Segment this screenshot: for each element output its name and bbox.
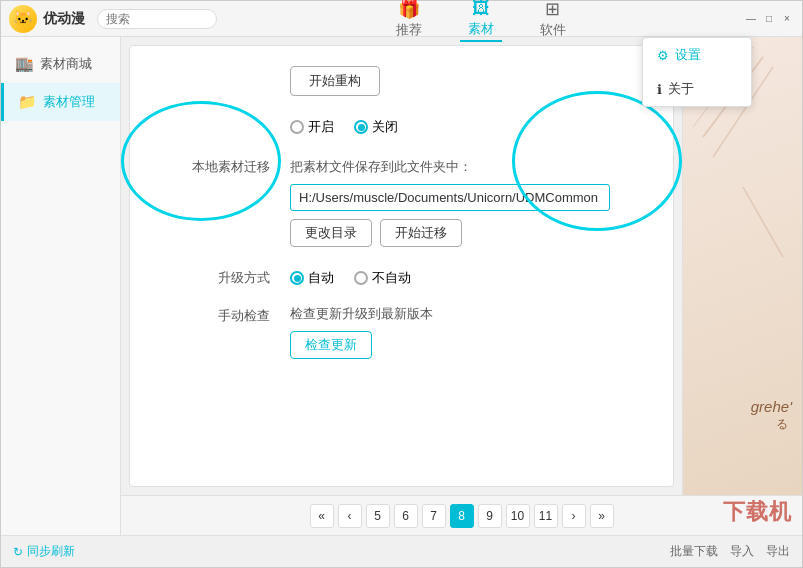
settings-dropdown: ⚙ 设置 ℹ 关于 — [642, 37, 752, 107]
shangcheng-icon: 🏬 — [15, 55, 34, 73]
radio-auto[interactable]: 自动 — [290, 269, 334, 287]
manual-content: 检查更新升级到最新版本 检查更新 — [290, 305, 643, 359]
app-window: 🐱 优动漫 🎁 推荐 🖼 素材 ⊞ 软件 — □ × ⚙ 设置 — [0, 0, 803, 568]
content-area: 开始重构 开启 关闭 — [121, 37, 802, 535]
nav-ruanjian[interactable]: ⊞ 软件 — [532, 0, 574, 42]
migration-content: 把素材文件保存到此文件夹中： 更改目录 开始迁移 — [290, 158, 643, 247]
guanyu-label: 关于 — [668, 80, 694, 98]
radio-row: 开启 关闭 — [160, 118, 643, 136]
tuijian-icon: 🎁 — [398, 0, 420, 20]
migration-header: 本地素材迁移 把素材文件保存到此文件夹中： 更改目录 开始迁移 — [160, 158, 643, 247]
app-title: 优动漫 — [43, 10, 85, 28]
manual-check-section: 手动检查 检查更新升级到最新版本 检查更新 — [160, 305, 643, 359]
app-logo: 🐱 — [9, 5, 37, 33]
main-layout: 🏬 素材商城 📁 素材管理 开始重构 — [1, 37, 802, 535]
sidebar: 🏬 素材商城 📁 素材管理 — [1, 37, 121, 535]
nav-tuijian-label: 推荐 — [396, 21, 422, 39]
start-migrate-button[interactable]: 开始迁移 — [380, 219, 462, 247]
manual-desc: 检查更新升级到最新版本 — [290, 305, 643, 323]
radio-on[interactable]: 开启 — [290, 118, 334, 136]
window-controls: — □ × — [744, 12, 794, 26]
radio-no-auto[interactable]: 不自动 — [354, 269, 411, 287]
manual-label: 手动检查 — [160, 305, 270, 325]
radio-off[interactable]: 关闭 — [354, 118, 398, 136]
page-prev-btn[interactable]: ‹ — [338, 504, 362, 528]
nav-tuijian[interactable]: 🎁 推荐 — [388, 0, 430, 42]
dropdown-guanyu[interactable]: ℹ 关于 — [643, 72, 751, 106]
svg-line-3 — [743, 187, 783, 257]
sidebar-item-sucai-shangcheng[interactable]: 🏬 素材商城 — [1, 45, 120, 83]
dropdown-shezhi[interactable]: ⚙ 设置 — [643, 38, 751, 72]
search-input[interactable] — [97, 9, 217, 29]
page-8-btn[interactable]: 8 — [450, 504, 474, 528]
bottom-actions: 批量下载 导入 导出 — [670, 543, 790, 560]
page-9-btn[interactable]: 9 — [478, 504, 502, 528]
migration-btn-row: 更改目录 开始迁移 — [290, 219, 643, 247]
page-last-btn[interactable]: » — [590, 504, 614, 528]
guanli-icon: 📁 — [18, 93, 37, 111]
bottom-bar: ↻ 同步刷新 批量下载 导入 导出 — [1, 535, 802, 567]
radio-off-circle — [354, 120, 368, 134]
pagination-bar: « ‹ 5 6 7 8 9 10 11 › » — [121, 495, 802, 535]
radio-on-label: 开启 — [308, 118, 334, 136]
shezhi-label: 设置 — [675, 46, 701, 64]
page-10-btn[interactable]: 10 — [506, 504, 530, 528]
radio-no-auto-label: 不自动 — [372, 269, 411, 287]
radio-off-label: 关闭 — [372, 118, 398, 136]
nav-ruanjian-label: 软件 — [540, 21, 566, 39]
page-first-btn[interactable]: « — [310, 504, 334, 528]
path-input[interactable] — [290, 184, 610, 211]
rebuild-section: 开始重构 — [160, 66, 643, 96]
upgrade-label: 升级方式 — [160, 269, 270, 287]
sync-refresh[interactable]: ↻ 同步刷新 — [13, 543, 75, 560]
shezhi-icon: ⚙ — [657, 48, 669, 63]
ruanjian-icon: ⊞ — [545, 0, 560, 20]
settings-panel: 开始重构 开启 关闭 — [129, 45, 674, 487]
page-7-btn[interactable]: 7 — [422, 504, 446, 528]
nav-sucai-label: 素材 — [468, 20, 494, 38]
anime-signature: る — [776, 416, 788, 433]
page-11-btn[interactable]: 11 — [534, 504, 558, 528]
radio-group: 开启 关闭 — [290, 118, 643, 136]
close-button[interactable]: × — [780, 12, 794, 26]
radio-auto-label: 自动 — [308, 269, 334, 287]
radio-auto-circle — [290, 271, 304, 285]
export-btn[interactable]: 导出 — [766, 543, 790, 560]
sidebar-item-label-shangcheng: 素材商城 — [40, 55, 92, 73]
migration-section: 本地素材迁移 把素材文件保存到此文件夹中： 更改目录 开始迁移 — [160, 158, 643, 247]
radio-no-auto-circle — [354, 271, 368, 285]
radio-on-circle — [290, 120, 304, 134]
download-watermark: 下载机 — [723, 497, 792, 527]
sidebar-item-label-guanli: 素材管理 — [43, 93, 95, 111]
title-bar: 🐱 优动漫 🎁 推荐 🖼 素材 ⊞ 软件 — □ × — [1, 1, 802, 37]
upgrade-radio-group: 自动 不自动 — [290, 269, 643, 287]
page-6-btn[interactable]: 6 — [394, 504, 418, 528]
upgrade-section: 升级方式 自动 不自动 — [160, 269, 643, 287]
page-5-btn[interactable]: 5 — [366, 504, 390, 528]
refresh-icon: ↻ — [13, 545, 23, 559]
maximize-button[interactable]: □ — [762, 12, 776, 26]
page-next-btn[interactable]: › — [562, 504, 586, 528]
nav-sucai[interactable]: 🖼 素材 — [460, 0, 502, 42]
migration-label: 本地素材迁移 — [160, 158, 270, 176]
minimize-button[interactable]: — — [744, 12, 758, 26]
rebuild-button[interactable]: 开始重构 — [290, 66, 380, 96]
top-nav: 🎁 推荐 🖼 素材 ⊞ 软件 — [217, 0, 744, 42]
change-dir-button[interactable]: 更改目录 — [290, 219, 372, 247]
sucai-icon: 🖼 — [472, 0, 490, 19]
batch-download-btn[interactable]: 批量下载 — [670, 543, 718, 560]
migration-desc: 把素材文件保存到此文件夹中： — [290, 158, 643, 176]
guanyu-icon: ℹ — [657, 82, 662, 97]
sidebar-item-sucai-guanli[interactable]: 📁 素材管理 — [1, 83, 120, 121]
anime-text-decoration: grehe' — [751, 398, 792, 415]
import-btn[interactable]: 导入 — [730, 543, 754, 560]
check-update-button[interactable]: 检查更新 — [290, 331, 372, 359]
refresh-label: 同步刷新 — [27, 543, 75, 560]
